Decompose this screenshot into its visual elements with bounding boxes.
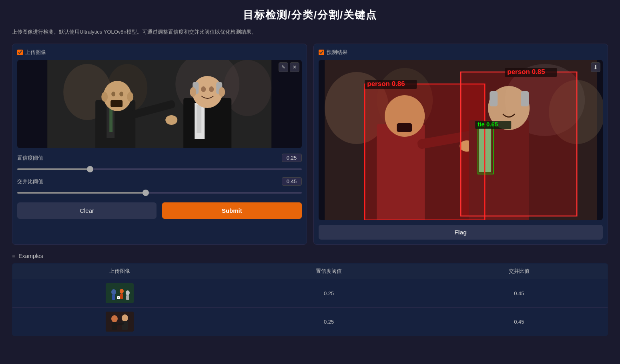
svg-rect-19 — [197, 105, 201, 133]
svg-rect-35 — [377, 124, 425, 220]
clear-button[interactable]: Clear — [17, 202, 157, 219]
upload-panel: 上传图像 — [12, 44, 307, 245]
svg-point-66 — [111, 315, 118, 322]
upload-panel-checkbox[interactable] — [17, 50, 23, 55]
close-icon[interactable]: ✕ — [290, 62, 299, 72]
iou-label: 交并比阈值 — [17, 178, 43, 185]
col-header-image: 上传图像 — [12, 264, 227, 279]
prediction-panel-checkbox[interactable] — [319, 50, 324, 55]
examples-label: Examples — [18, 253, 43, 259]
confidence-value: 0.25 — [282, 154, 302, 162]
svg-point-10 — [101, 92, 108, 102]
controls-section: 置信度阈值 0.25 交并比阈值 0.45 — [17, 154, 302, 195]
example-thumbnail-1 — [106, 283, 134, 303]
svg-rect-65 — [106, 312, 134, 332]
flag-button[interactable]: Flag — [319, 225, 603, 240]
confidence-label: 置信度阈值 — [17, 154, 43, 162]
svg-point-68 — [122, 314, 128, 322]
example-iou-1: 0.45 — [431, 279, 608, 308]
detection-result-svg: person 0.86 person 0.85 tie 0.65 — [319, 60, 603, 220]
svg-rect-60 — [120, 294, 123, 299]
col-header-iou: 交并比值 — [431, 264, 608, 279]
svg-rect-44 — [521, 91, 529, 106]
col-header-confidence: 置信度阈值 — [227, 264, 431, 279]
svg-text:person 0.85: person 0.85 — [507, 68, 545, 76]
svg-point-24 — [209, 86, 214, 92]
upload-panel-label: 上传图像 — [25, 49, 46, 56]
iou-control: 交并比阈值 0.45 — [17, 177, 302, 195]
table-header-row: 上传图像 置信度阈值 交并比值 — [12, 264, 608, 279]
svg-rect-62 — [126, 295, 129, 300]
svg-point-61 — [126, 290, 130, 295]
svg-point-23 — [201, 86, 206, 92]
examples-section: ≡ Examples 上传图像 置信度阈值 交并比值 — [12, 253, 608, 336]
svg-rect-14 — [110, 100, 122, 107]
prediction-panel-header: 预测结果 — [319, 49, 603, 56]
example-confidence-2: 0.25 — [227, 308, 431, 336]
svg-point-25 — [190, 87, 196, 97]
svg-point-12 — [111, 92, 115, 96]
svg-rect-43 — [490, 91, 498, 106]
svg-text:person 0.86: person 0.86 — [367, 80, 405, 88]
confidence-slider[interactable] — [17, 168, 302, 170]
svg-rect-37 — [397, 123, 412, 132]
detection-result-area: person 0.86 person 0.85 tie 0.65 ⬇ — [319, 60, 603, 220]
svg-point-13 — [119, 92, 123, 96]
svg-point-16 — [165, 115, 177, 125]
image-edit-icons: ✎ ✕ — [279, 62, 299, 72]
page-subtitle: 上传图像进行检测。默认使用Ultralytics YOLOv8n模型。可通过调整… — [12, 28, 608, 36]
example-iou-2: 0.45 — [431, 308, 608, 336]
image-upload-area[interactable]: ✎ ✕ — [17, 60, 302, 148]
example-image-cell — [12, 308, 227, 336]
table-row[interactable]: 0.25 0.45 — [12, 308, 608, 336]
examples-table: 上传图像 置信度阈值 交并比值 — [12, 263, 608, 336]
svg-rect-69 — [122, 321, 128, 330]
svg-point-59 — [120, 289, 124, 294]
prediction-panel-label: 预测结果 — [327, 49, 347, 56]
example-thumbnail-2 — [106, 312, 134, 332]
menu-icon: ≡ — [12, 253, 15, 259]
confidence-control: 置信度阈值 0.25 — [17, 154, 302, 172]
table-row[interactable]: 0.25 0.45 — [12, 279, 608, 308]
prediction-panel: 预测结果 — [313, 44, 608, 245]
edit-icon[interactable]: ✎ — [279, 62, 288, 72]
svg-text:tie 0.65: tie 0.65 — [478, 121, 498, 128]
example-confidence-1: 0.25 — [227, 279, 431, 308]
action-buttons: Clear Submit — [17, 202, 302, 219]
uploaded-image — [17, 60, 302, 148]
upload-panel-header: 上传图像 — [17, 49, 302, 56]
svg-rect-67 — [112, 322, 117, 330]
example-image-cell — [12, 279, 227, 308]
svg-point-11 — [127, 92, 133, 102]
submit-button[interactable]: Submit — [162, 202, 301, 219]
svg-rect-58 — [112, 294, 115, 300]
page-title: 目标检测/分类/分割/关键点 — [12, 8, 608, 22]
iou-slider[interactable] — [17, 192, 302, 194]
download-icon[interactable]: ⬇ — [591, 62, 600, 72]
svg-point-26 — [219, 87, 225, 97]
iou-value: 0.45 — [282, 177, 302, 186]
examples-header: ≡ Examples — [12, 253, 608, 259]
svg-rect-8 — [109, 108, 112, 132]
svg-point-57 — [111, 289, 116, 295]
